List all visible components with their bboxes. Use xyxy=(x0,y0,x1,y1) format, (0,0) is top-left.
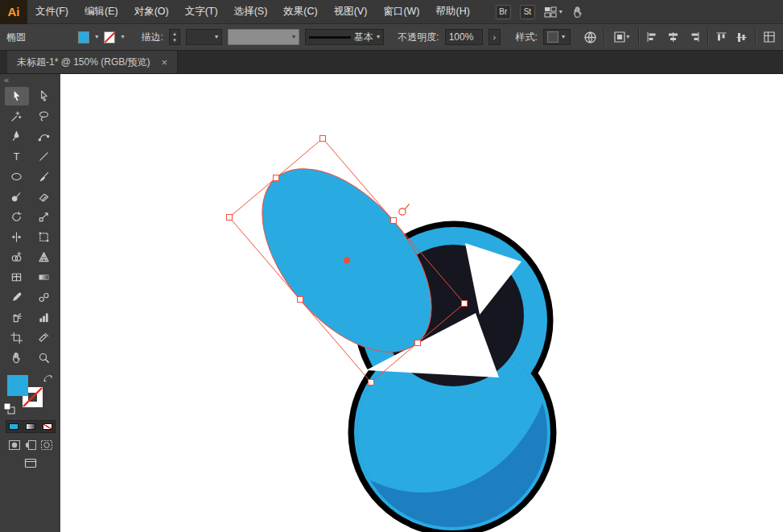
tool-rotate[interactable] xyxy=(5,208,29,226)
stepper-down-icon[interactable]: ▾ xyxy=(173,37,176,43)
draw-normal-icon[interactable] xyxy=(8,439,21,451)
document-title: 未标题-1* @ 150% (RGB/预览) xyxy=(17,56,150,69)
tool-perspective-grid[interactable] xyxy=(32,248,56,266)
recolor-artwork-icon[interactable] xyxy=(583,29,598,45)
tool-paintbrush[interactable] xyxy=(32,167,56,186)
artboard-canvas[interactable] xyxy=(60,74,783,532)
document-tab-bar: 未标题-1* @ 150% (RGB/预览) × xyxy=(0,51,783,74)
fill-indicator-swatch[interactable] xyxy=(7,375,28,396)
selection-handle[interactable] xyxy=(298,297,303,303)
workspace-switcher-icon[interactable]: ▾ xyxy=(544,6,563,18)
canvas-area[interactable] xyxy=(60,74,783,532)
menu-object[interactable]: 对象(O) xyxy=(126,0,177,23)
menu-window[interactable]: 窗口(W) xyxy=(375,0,427,23)
selection-handle[interactable] xyxy=(320,136,326,142)
tool-blob-brush[interactable] xyxy=(5,188,29,206)
tool-blend[interactable] xyxy=(32,288,56,307)
tool-gradient[interactable] xyxy=(32,268,56,287)
swap-fill-stroke-icon[interactable] xyxy=(43,373,54,383)
stock-badge-icon[interactable]: St xyxy=(520,5,535,19)
tool-eraser[interactable] xyxy=(32,188,56,206)
brush-definition-combo[interactable]: 基本 ▾ xyxy=(305,29,384,45)
brush-stroke-preview xyxy=(309,36,351,39)
tool-direct-selection[interactable] xyxy=(32,87,56,105)
selection-handle[interactable] xyxy=(369,380,374,386)
tool-pen[interactable] xyxy=(5,127,29,146)
default-fill-stroke-icon[interactable] xyxy=(3,402,15,414)
tool-lasso[interactable] xyxy=(32,107,56,126)
align-vertical-center-icon[interactable] xyxy=(734,29,749,45)
control-divider xyxy=(604,28,604,46)
screen-mode-button[interactable] xyxy=(0,458,60,468)
menu-type[interactable]: 文字(T) xyxy=(177,0,226,23)
tool-shape-builder[interactable] xyxy=(5,248,29,266)
stroke-weight-stepper[interactable]: ▴ ▾ xyxy=(169,29,180,45)
tool-slice[interactable] xyxy=(32,328,56,347)
menu-help[interactable]: 帮助(H) xyxy=(428,0,478,23)
menu-effect[interactable]: 效果(C) xyxy=(275,0,325,23)
gradient-button[interactable] xyxy=(23,420,39,433)
selection-handle[interactable] xyxy=(415,340,421,346)
tool-width[interactable] xyxy=(5,228,29,246)
tool-selection[interactable] xyxy=(5,87,29,105)
align-horizontal-center-icon[interactable] xyxy=(666,29,681,45)
hand-gesture-icon[interactable] xyxy=(571,6,584,19)
none-button[interactable] xyxy=(39,420,56,433)
color-button[interactable] xyxy=(6,420,22,433)
illustrator-window: Ai 文件(F) 编辑(E) 对象(O) 文字(T) 选择(S) 效果(C) 视… xyxy=(0,0,783,532)
draw-inside-icon[interactable] xyxy=(40,439,53,451)
width-profile-combo: ▾ xyxy=(228,29,299,45)
tool-zoom[interactable] xyxy=(32,348,56,367)
selection-handle[interactable] xyxy=(227,215,233,221)
align-top-icon[interactable] xyxy=(714,29,729,45)
stepper-up-icon[interactable]: ▴ xyxy=(173,31,176,37)
svg-text:T: T xyxy=(14,151,20,163)
selection-center-point[interactable] xyxy=(344,258,350,264)
stroke-weight-label: 描边: xyxy=(142,31,163,44)
stroke-caret-icon[interactable]: ▾ xyxy=(121,34,124,40)
document-tab[interactable]: 未标题-1* @ 150% (RGB/预览) × xyxy=(7,51,178,73)
tool-magic-wand[interactable] xyxy=(5,107,29,126)
tool-free-transform[interactable] xyxy=(32,228,56,246)
menu-edit[interactable]: 编辑(E) xyxy=(76,0,126,23)
selection-handle[interactable] xyxy=(462,301,468,307)
transform-presets-icon[interactable]: ▾ xyxy=(610,29,633,45)
control-divider xyxy=(638,28,639,46)
tool-scale[interactable] xyxy=(32,208,56,226)
tool-type[interactable]: T xyxy=(5,147,29,166)
collapse-panel-icon[interactable]: « xyxy=(0,74,60,87)
illustrator-logo-icon[interactable]: Ai xyxy=(0,0,27,24)
bridge-badge-icon[interactable]: Br xyxy=(496,5,511,19)
tool-mesh[interactable] xyxy=(5,268,29,287)
graphic-style-swatch xyxy=(547,31,558,43)
rotate-cursor-icon xyxy=(399,204,410,216)
selection-handle[interactable] xyxy=(274,175,279,181)
tool-hand[interactable] xyxy=(5,348,29,367)
opacity-options-button[interactable]: › xyxy=(488,29,500,45)
tool-artboard[interactable] xyxy=(5,328,29,347)
align-left-icon[interactable] xyxy=(645,29,660,45)
tool-line-segment[interactable] xyxy=(32,147,56,166)
fill-color-swatch[interactable] xyxy=(78,31,89,43)
menu-select[interactable]: 选择(S) xyxy=(226,0,276,23)
tool-curvature[interactable] xyxy=(32,127,56,146)
tools-panel: « T xyxy=(0,74,60,532)
menu-file[interactable]: 文件(F) xyxy=(27,0,76,23)
tab-close-icon[interactable]: × xyxy=(162,56,168,68)
more-panel-icon[interactable] xyxy=(761,29,777,45)
menu-bar-right: Br St ▾ xyxy=(496,5,584,19)
tool-symbol-sprayer[interactable] xyxy=(5,308,29,327)
stroke-color-swatch[interactable] xyxy=(104,31,115,43)
draw-behind-icon[interactable] xyxy=(24,439,37,451)
tool-eyedropper[interactable] xyxy=(5,288,29,307)
align-right-icon[interactable] xyxy=(686,29,702,45)
menu-view[interactable]: 视图(V) xyxy=(326,0,376,23)
fill-caret-icon[interactable]: ▾ xyxy=(95,34,98,40)
stroke-weight-combo[interactable]: ▾ xyxy=(186,29,222,45)
tool-ellipse[interactable] xyxy=(5,167,29,186)
tool-column-graph[interactable] xyxy=(32,308,56,327)
graphic-style-combo[interactable]: ▾ xyxy=(543,29,571,45)
opacity-combo[interactable]: 100% xyxy=(445,29,484,45)
control-bar: 椭圆 ▾ ▾ 描边: ▴ ▾ ▾ ▾ 基本 ▾ 不透明度: 100% › 样式: xyxy=(0,24,783,51)
selection-handle[interactable] xyxy=(391,218,397,224)
